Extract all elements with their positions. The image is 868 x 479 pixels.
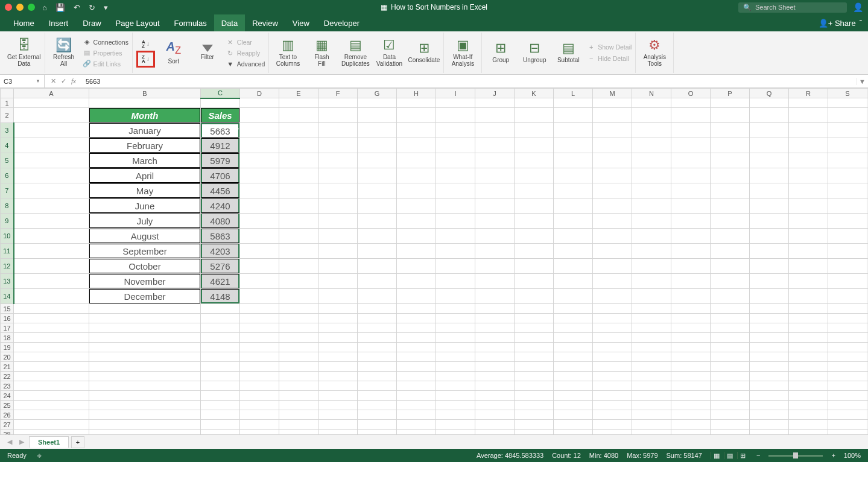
group-button[interactable]: ⊞Group (486, 42, 516, 64)
cell-F17[interactable] (318, 323, 358, 333)
cell-K1[interactable] (515, 98, 554, 108)
hide-detail-button[interactable]: −Hide Detail (587, 54, 632, 63)
cell-E6[interactable] (279, 168, 318, 183)
save-icon[interactable]: 💾 (55, 3, 65, 12)
cell-P19[interactable] (711, 343, 750, 352)
cell-I19[interactable] (436, 343, 475, 352)
cell-I12[interactable] (436, 259, 475, 274)
cell-A4[interactable] (14, 138, 89, 153)
row-header-15[interactable]: 15 (1, 304, 14, 314)
cell-F20[interactable] (318, 352, 358, 362)
cell-K24[interactable] (515, 391, 554, 401)
cell-O11[interactable] (671, 244, 711, 259)
cell-F6[interactable] (318, 168, 358, 183)
cell-L15[interactable] (554, 304, 593, 314)
cell-Q25[interactable] (750, 401, 789, 410)
cell-P13[interactable] (711, 274, 750, 289)
cell-E24[interactable] (279, 391, 318, 401)
cell-B3[interactable]: January (89, 123, 201, 138)
cell-G15[interactable] (358, 304, 397, 314)
ungroup-button[interactable]: ⊟Ungroup (519, 42, 550, 64)
cell-S22[interactable] (828, 372, 867, 381)
cell-B27[interactable] (89, 420, 201, 430)
cell-I11[interactable] (436, 244, 475, 259)
cell-A27[interactable] (14, 420, 89, 430)
cell-L12[interactable] (554, 259, 593, 274)
cell-G18[interactable] (358, 333, 397, 343)
cell-J18[interactable] (475, 333, 515, 343)
cell-R15[interactable] (789, 304, 828, 314)
cell-D21[interactable] (240, 362, 279, 372)
search-sheet[interactable]: 🔍 Search Sheet (738, 2, 847, 13)
cell-E27[interactable] (279, 420, 318, 430)
sort-descending-button[interactable]: ZA↓ (136, 51, 155, 68)
cell-Q2[interactable] (750, 108, 789, 123)
edit-links-button[interactable]: 🔗Edit Links (83, 59, 128, 68)
flash-fill-button[interactable]: ▦Flash Fill (306, 39, 337, 68)
cell-S9[interactable] (828, 214, 867, 229)
cell-I6[interactable] (436, 168, 475, 183)
collapse-ribbon-icon[interactable]: ˆ (860, 19, 862, 28)
cell-D1[interactable] (240, 98, 279, 108)
cell-B22[interactable] (89, 372, 201, 381)
cell-D4[interactable] (240, 138, 279, 153)
cell-C14[interactable]: 4148 (201, 289, 240, 304)
cell-R5[interactable] (789, 153, 828, 168)
cell-M18[interactable] (593, 333, 632, 343)
cell-I2[interactable] (436, 108, 475, 123)
cell-H26[interactable] (397, 410, 436, 420)
cell-L13[interactable] (554, 274, 593, 289)
cell-J19[interactable] (475, 343, 515, 352)
advanced-button[interactable]: ▼Advanced (226, 60, 265, 68)
cancel-icon[interactable]: ✕ (51, 77, 56, 85)
cell-G5[interactable] (358, 153, 397, 168)
row-header-18[interactable]: 18 (1, 333, 14, 343)
cell-M15[interactable] (593, 304, 632, 314)
cell-N22[interactable] (632, 372, 671, 381)
cell-I3[interactable] (436, 123, 475, 138)
cell-A8[interactable] (14, 198, 89, 214)
cell-F12[interactable] (318, 259, 358, 274)
cell-S23[interactable] (828, 381, 867, 391)
cell-L5[interactable] (554, 153, 593, 168)
cell-M10[interactable] (593, 229, 632, 244)
user-icon[interactable]: 👤 (853, 2, 863, 12)
cell-F14[interactable] (318, 289, 358, 304)
cell-J8[interactable] (475, 198, 515, 214)
cell-I21[interactable] (436, 362, 475, 372)
cell-N8[interactable] (632, 198, 671, 214)
select-all-corner[interactable] (1, 89, 14, 98)
cell-J9[interactable] (475, 214, 515, 229)
name-box[interactable]: C3 ▼ (0, 75, 45, 87)
cell-J3[interactable] (475, 123, 515, 138)
redo-icon[interactable]: ↻ (89, 3, 95, 12)
cell-M13[interactable] (593, 274, 632, 289)
cell-D24[interactable] (240, 391, 279, 401)
cell-A19[interactable] (14, 343, 89, 352)
cell-Q11[interactable] (750, 244, 789, 259)
cell-E11[interactable] (279, 244, 318, 259)
cell-I23[interactable] (436, 381, 475, 391)
cell-G14[interactable] (358, 289, 397, 304)
cell-H3[interactable] (397, 123, 436, 138)
cell-B8[interactable]: June (89, 198, 201, 214)
cell-N11[interactable] (632, 244, 671, 259)
cell-Q17[interactable] (750, 323, 789, 333)
cell-O12[interactable] (671, 259, 711, 274)
cell-E7[interactable] (279, 183, 318, 198)
cell-M6[interactable] (593, 168, 632, 183)
row-header-8[interactable]: 8 (1, 198, 14, 214)
cell-K4[interactable] (515, 138, 554, 153)
cell-F10[interactable] (318, 229, 358, 244)
cell-I5[interactable] (436, 153, 475, 168)
cell-C16[interactable] (201, 314, 240, 323)
cell-D11[interactable] (240, 244, 279, 259)
column-header-S[interactable]: S (828, 89, 867, 98)
cell-H24[interactable] (397, 391, 436, 401)
column-header-E[interactable]: E (279, 89, 318, 98)
cell-E8[interactable] (279, 198, 318, 214)
cell-A12[interactable] (14, 259, 89, 274)
cell-J7[interactable] (475, 183, 515, 198)
cell-R3[interactable] (789, 123, 828, 138)
row-header-1[interactable]: 1 (1, 98, 14, 108)
